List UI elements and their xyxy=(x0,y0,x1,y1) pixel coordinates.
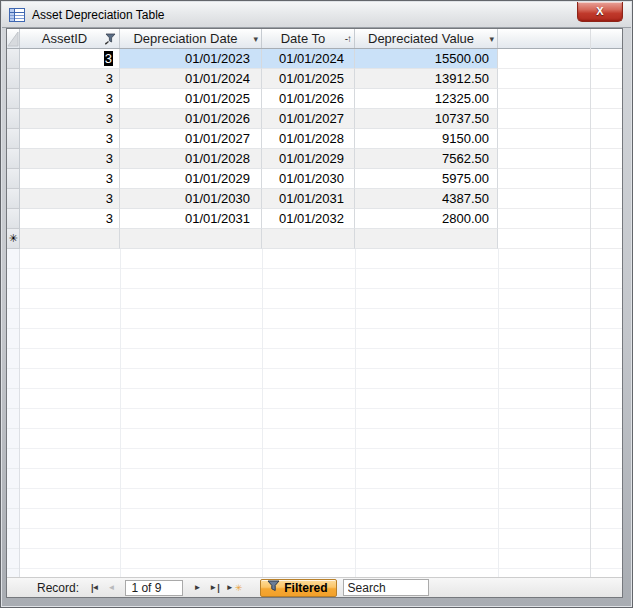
cell-depreciation-date[interactable]: 01/01/2025 xyxy=(120,89,262,109)
cell-assetid[interactable]: 3 xyxy=(20,49,120,69)
filtered-label: Filtered xyxy=(284,581,327,595)
dropdown-arrow-icon[interactable]: ▾ xyxy=(253,29,258,48)
table-row: 3 01/01/2030 01/01/2031 4387.50 xyxy=(7,189,622,209)
last-record-button[interactable]: ►| xyxy=(205,579,221,597)
select-all-corner[interactable] xyxy=(7,29,20,48)
funnel-icon xyxy=(267,580,280,595)
cell-depreciation-date[interactable]: 01/01/2027 xyxy=(120,129,262,149)
row-filler xyxy=(498,69,622,89)
row-selector[interactable] xyxy=(7,169,20,189)
cell-date-to[interactable]: 01/01/2029 xyxy=(262,149,355,169)
cell-depreciated-value[interactable]: 4387.50 xyxy=(355,189,498,209)
close-icon: X xyxy=(596,5,603,17)
cell-date-to[interactable]: 01/01/2030 xyxy=(262,169,355,189)
cell-date-to[interactable]: 01/01/2031 xyxy=(262,189,355,209)
next-record-icon: ► xyxy=(193,579,201,597)
record-rows: 3 01/01/2023 01/01/2024 15500.00 3 01/01… xyxy=(7,49,622,249)
cell-assetid[interactable] xyxy=(20,229,120,249)
cell-assetid[interactable]: 3 xyxy=(20,209,120,229)
column-header-label: Depreciated Value xyxy=(364,31,488,46)
empty-grid-area xyxy=(20,249,622,577)
cell-date-to[interactable] xyxy=(262,229,355,249)
filtered-toggle-button[interactable]: Filtered xyxy=(260,579,336,597)
new-record-icon: ► xyxy=(226,579,234,597)
dropdown-arrow-icon[interactable]: ▾ xyxy=(489,29,494,48)
cell-depreciation-date[interactable]: 01/01/2026 xyxy=(120,109,262,129)
cell-assetid[interactable]: 3 xyxy=(20,189,120,209)
cell-assetid[interactable]: 3 xyxy=(20,149,120,169)
cell-depreciation-date[interactable]: 01/01/2024 xyxy=(120,69,262,89)
cell-depreciated-value[interactable]: 13912.50 xyxy=(355,69,498,89)
row-selector[interactable] xyxy=(7,89,20,109)
row-selector[interactable] xyxy=(7,189,20,209)
cell-depreciated-value[interactable]: 7562.50 xyxy=(355,149,498,169)
last-record-icon: ► xyxy=(209,579,217,597)
new-record-icon: ✳ xyxy=(8,232,17,244)
next-record-button[interactable]: ► xyxy=(189,579,205,597)
cell-date-to[interactable]: 01/01/2024 xyxy=(262,49,355,69)
cell-depreciated-value[interactable] xyxy=(355,229,498,249)
datasheet-table-icon xyxy=(9,8,26,22)
cell-depreciated-value[interactable]: 10737.50 xyxy=(355,109,498,129)
table-row: 3 01/01/2024 01/01/2025 13912.50 xyxy=(7,69,622,89)
row-selector[interactable] xyxy=(7,69,20,89)
cell-depreciated-value[interactable]: 12325.00 xyxy=(355,89,498,109)
column-header-label: Depreciation Date xyxy=(129,31,251,46)
cell-depreciated-value[interactable]: 15500.00 xyxy=(355,49,498,69)
cell-depreciation-date[interactable]: 01/01/2030 xyxy=(120,189,262,209)
datasheet-right-edge xyxy=(590,29,591,577)
datasheet-grid: AssetID Depreciation Date ▾ Date To xyxy=(7,29,622,577)
previous-record-button[interactable]: ◄ xyxy=(103,579,119,597)
table-row: 3 01/01/2031 01/01/2032 2800.00 xyxy=(7,209,622,229)
column-header-depreciation-date[interactable]: Depreciation Date ▾ xyxy=(120,29,262,48)
cell-date-to[interactable]: 01/01/2028 xyxy=(262,129,355,149)
column-header-assetid[interactable]: AssetID xyxy=(20,29,120,48)
cell-date-to[interactable]: 01/01/2026 xyxy=(262,89,355,109)
new-record-button[interactable]: ►✳ xyxy=(222,579,246,597)
row-selector[interactable] xyxy=(7,109,20,129)
column-header-depreciated-value[interactable]: Depreciated Value ▾ xyxy=(355,29,498,48)
cell-depreciated-value[interactable]: 9150.00 xyxy=(355,129,498,149)
cell-assetid[interactable]: 3 xyxy=(20,89,120,109)
row-selector[interactable] xyxy=(7,129,20,149)
table-row: 3 01/01/2026 01/01/2027 10737.50 xyxy=(7,109,622,129)
cell-depreciation-date[interactable]: 01/01/2028 xyxy=(120,149,262,169)
cell-assetid[interactable]: 3 xyxy=(20,169,120,189)
close-button[interactable]: X xyxy=(577,2,623,22)
cell-date-to[interactable]: 01/01/2027 xyxy=(262,109,355,129)
gridline xyxy=(262,249,263,577)
cell-depreciation-date[interactable] xyxy=(120,229,262,249)
row-filler xyxy=(498,229,622,249)
column-header-row: AssetID Depreciation Date ▾ Date To xyxy=(7,29,622,49)
record-navigation-bar: Record: |◄ ◄ 1 of 9 ► ►| ►✳ Filtered xyxy=(7,577,622,597)
datasheet-client-area: AssetID Depreciation Date ▾ Date To xyxy=(6,28,623,598)
new-record-star-icon: ✳ xyxy=(235,579,243,597)
row-filler xyxy=(498,89,622,109)
cell-depreciation-date[interactable]: 01/01/2023 xyxy=(120,49,262,69)
cell-assetid[interactable]: 3 xyxy=(20,129,120,149)
column-header-date-to[interactable]: Date To -↑ xyxy=(262,29,355,48)
cell-date-to[interactable]: 01/01/2025 xyxy=(262,69,355,89)
cell-depreciation-date[interactable]: 01/01/2031 xyxy=(120,209,262,229)
sort-ascending-icon[interactable]: -↑ xyxy=(345,29,351,48)
table-row: 3 01/01/2028 01/01/2029 7562.50 xyxy=(7,149,622,169)
cell-depreciated-value[interactable]: 2800.00 xyxy=(355,209,498,229)
row-selector[interactable] xyxy=(7,149,20,169)
cell-depreciated-value[interactable]: 5975.00 xyxy=(355,169,498,189)
cell-assetid[interactable]: 3 xyxy=(20,109,120,129)
first-record-button[interactable]: |◄ xyxy=(87,579,103,597)
window-title: Asset Depreciation Table xyxy=(32,8,165,22)
cell-assetid[interactable]: 3 xyxy=(20,69,120,89)
search-input[interactable] xyxy=(343,579,429,596)
row-selector[interactable] xyxy=(7,209,20,229)
access-datasheet-window: Asset Depreciation Table X AssetID xyxy=(0,0,633,608)
record-position-box[interactable]: 1 of 9 xyxy=(125,580,183,596)
row-filler xyxy=(498,49,622,69)
cell-date-to[interactable]: 01/01/2032 xyxy=(262,209,355,229)
new-record-selector[interactable]: ✳ xyxy=(7,229,20,249)
gridline xyxy=(355,249,356,577)
filter-icon[interactable] xyxy=(104,29,116,48)
gridline xyxy=(498,249,499,577)
row-selector[interactable] xyxy=(7,49,20,69)
cell-depreciation-date[interactable]: 01/01/2029 xyxy=(120,169,262,189)
